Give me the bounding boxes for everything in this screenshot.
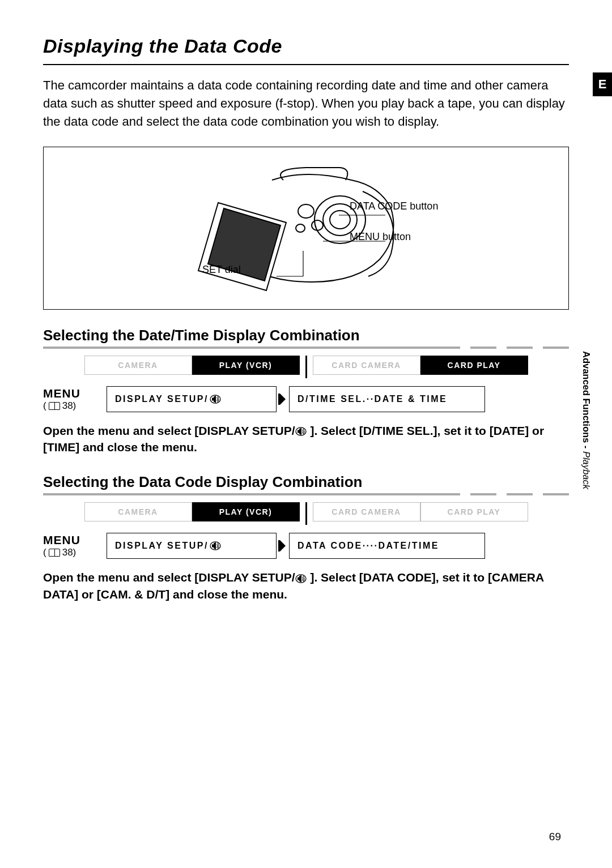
callout-datacode: DATA CODE button: [350, 200, 438, 212]
mode-card-camera: CARD CAMERA: [313, 502, 420, 521]
section-instruction: Open the menu and select [DISPLAY SETUP/…: [43, 569, 569, 602]
svg-point-3: [298, 204, 314, 218]
svg-rect-20: [298, 577, 299, 580]
menu-label: MENU: [43, 387, 80, 400]
menu-arrow-icon: [277, 533, 289, 559]
mode-row: CAMERAPLAY (VCR)CARD CAMERACARD PLAY: [43, 502, 569, 525]
menu-path-row: MENU( 38)DISPLAY SETUP/DATA CODE····DATE…: [43, 533, 569, 559]
svg-marker-21: [299, 575, 301, 582]
language-tab: E: [593, 72, 612, 96]
menu-path-left: DISPLAY SETUP/: [107, 386, 277, 412]
title-rule: [43, 64, 569, 65]
mode-camera: CAMERA: [84, 502, 192, 521]
mode-row: CAMERAPLAY (VCR)CARD CAMERACARD PLAY: [43, 356, 569, 378]
page-number: 69: [549, 831, 561, 843]
mode-play-vcr-: PLAY (VCR): [192, 356, 300, 375]
section-instruction: Open the menu and select [DISPLAY SETUP/…: [43, 422, 569, 456]
intro-paragraph: The camcorder maintains a data code cont…: [43, 76, 569, 131]
book-icon: [49, 402, 60, 410]
side-section-label: Advanced Functions - Playback: [580, 351, 592, 489]
svg-rect-11: [212, 397, 214, 400]
callout-setdial: SET dial: [202, 264, 241, 276]
menu-label: MENU: [43, 533, 80, 547]
svg-marker-18: [214, 542, 216, 550]
mode-camera: CAMERA: [84, 356, 192, 375]
section-heading: Selecting the Date/Time Display Combinat…: [43, 327, 569, 344]
section-heading: Selecting the Data Code Display Combinat…: [43, 473, 569, 491]
menu-path-right: D/TIME SEL.··DATE & TIME: [289, 386, 485, 412]
speaker-icon: [210, 541, 222, 550]
mode-card-camera: CARD CAMERA: [313, 356, 420, 375]
mode-card-play: CARD PLAY: [420, 502, 528, 521]
speaker-icon: [210, 395, 222, 404]
svg-marker-15: [299, 428, 301, 435]
svg-point-4: [312, 220, 323, 230]
section-underline: [43, 493, 569, 495]
camcorder-figure: DATA CODE button MENU button SET dial: [43, 147, 569, 310]
menu-page-ref: ( 38): [43, 547, 76, 558]
mode-play-vcr-: PLAY (VCR): [192, 502, 300, 521]
page-title: Displaying the Data Code: [43, 35, 569, 57]
svg-marker-12: [214, 395, 216, 403]
callout-menu: MENU button: [350, 231, 411, 243]
menu-arrow-icon: [277, 386, 289, 412]
svg-rect-17: [212, 545, 214, 548]
menu-path-right: DATA CODE····DATE/TIME: [289, 533, 485, 559]
mode-divider: [305, 502, 307, 525]
mode-divider: [305, 356, 307, 378]
menu-path-row: MENU( 38)DISPLAY SETUP/D/TIME SEL.··DATE…: [43, 386, 569, 412]
mode-card-play: CARD PLAY: [420, 356, 528, 375]
svg-rect-14: [298, 430, 299, 433]
section-underline: [43, 347, 569, 349]
speaker-icon: [295, 427, 307, 436]
menu-page-ref: ( 38): [43, 400, 76, 412]
camcorder-illustration: [130, 157, 482, 299]
menu-label-block: MENU( 38): [43, 386, 107, 412]
svg-point-2: [330, 211, 350, 229]
svg-point-5: [296, 224, 305, 232]
speaker-icon: [295, 574, 307, 583]
book-icon: [49, 549, 60, 557]
menu-label-block: MENU( 38): [43, 533, 107, 559]
menu-path-left: DISPLAY SETUP/: [107, 533, 277, 559]
